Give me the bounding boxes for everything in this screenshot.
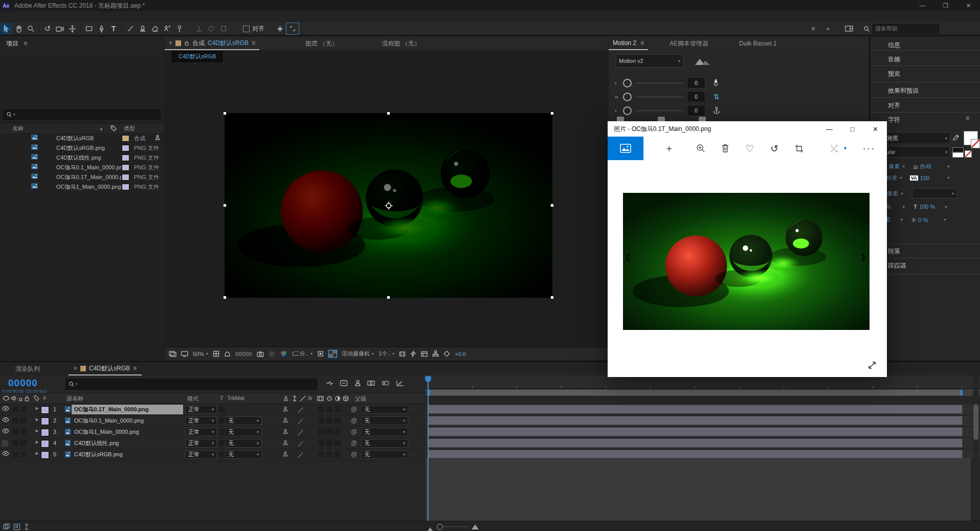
shy-toggle[interactable] <box>282 439 288 446</box>
viewer-tab[interactable]: C4D默认sRGB <box>172 51 222 62</box>
sort-asc-icon[interactable]: ▲ <box>99 126 103 131</box>
selection-tool-icon[interactable] <box>0 23 12 34</box>
project-item-row[interactable]: C4D默认sRGB 合成 <box>0 133 164 143</box>
composition-mini-flowchart-icon[interactable] <box>325 380 334 387</box>
layer-label-chip[interactable] <box>41 429 49 436</box>
label-chip[interactable] <box>122 174 129 181</box>
eye-icon[interactable] <box>2 406 9 411</box>
mask-snap-icon[interactable] <box>286 23 299 35</box>
brush-tool-icon[interactable] <box>124 23 137 34</box>
tab-close-icon[interactable]: × <box>169 39 172 47</box>
metrics-caret[interactable]: ▼ <box>899 176 903 180</box>
fast-preview-icon[interactable] <box>410 350 416 357</box>
tracker-panel-tab[interactable]: 跟踪器 <box>888 261 906 270</box>
solo-cell[interactable] <box>20 451 27 457</box>
eye-icon[interactable] <box>2 451 9 456</box>
photos-add-icon[interactable]: ＋ <box>657 142 681 155</box>
slider1-value[interactable]: 0 <box>687 77 705 88</box>
align-panel-tab[interactable]: 对齐 <box>888 101 900 110</box>
preserve-transparency-cell[interactable] <box>219 429 225 435</box>
layer-name[interactable]: OC伽马0.1T_Main_0000.png <box>72 405 183 414</box>
tsume-caret[interactable]: ▼ <box>943 218 947 222</box>
tab-close-icon[interactable]: × <box>74 365 77 372</box>
parent-dropdown[interactable]: 无▾ <box>361 416 408 425</box>
photos-rotate-icon[interactable]: ↺ <box>762 143 787 154</box>
zoom-tool-icon[interactable] <box>25 23 37 34</box>
preserve-transparency-cell[interactable] <box>219 451 225 457</box>
blend-cell[interactable] <box>326 406 332 412</box>
pickwhip-icon[interactable]: @ <box>351 451 357 458</box>
project-item-row[interactable]: C4D默认sRGB.png PNG 文件 <box>0 143 164 152</box>
audio-cell[interactable] <box>12 429 18 435</box>
solo-cell[interactable] <box>20 440 27 446</box>
blur-cell[interactable] <box>335 417 341 424</box>
expand-layer-switches-icon[interactable] <box>3 523 10 530</box>
slider3-knob[interactable] <box>623 106 632 115</box>
preserve-transparency-cell[interactable] <box>219 440 225 446</box>
selection-handle[interactable] <box>550 204 554 207</box>
blend-cell[interactable] <box>326 451 332 457</box>
label-chip[interactable] <box>122 164 129 171</box>
font-size-caret[interactable]: ▼ <box>902 165 905 168</box>
previous-photo-arrow[interactable]: ‹ <box>625 249 631 264</box>
composition-tab-active[interactable]: × 合成 C4D默认sRGB ≡ <box>165 37 259 50</box>
parent-dropdown[interactable]: 无▾ <box>361 428 408 436</box>
label-column-icon[interactable] <box>110 125 117 131</box>
manage-workspaces-icon[interactable] <box>843 23 855 34</box>
stroke-unit-value[interactable]: 像素 <box>887 190 898 197</box>
pixel-aspect-icon[interactable] <box>399 351 406 357</box>
current-frame-display[interactable]: 00000 <box>8 378 38 389</box>
eraser-tool-icon[interactable] <box>149 23 161 34</box>
audio-cell[interactable] <box>12 406 18 412</box>
workspace-menu-icon[interactable]: ≡ <box>811 25 815 32</box>
show-snapshot-icon[interactable] <box>269 351 275 357</box>
quality-toggle[interactable]: ／ <box>298 439 304 448</box>
blur-cell[interactable] <box>335 451 341 457</box>
stroke-unit-caret[interactable]: ▼ <box>900 192 904 195</box>
close-button[interactable]: ✕ <box>957 0 980 11</box>
photos-more-icon[interactable]: ··· <box>857 143 881 154</box>
kerning-value[interactable]: 自动 <box>920 163 931 170</box>
preserve-transparency-column[interactable]: T <box>220 395 224 401</box>
anchor-point[interactable] <box>385 202 393 210</box>
timeline-zoom-knob[interactable] <box>437 524 443 530</box>
solo-cell[interactable] <box>20 417 27 424</box>
quality-toggle[interactable]: ／ <box>298 417 304 426</box>
anchor-icon[interactable] <box>713 106 720 115</box>
shy-toggle[interactable] <box>282 406 288 412</box>
stroke-style-dropdown[interactable]: ▾ <box>912 188 957 198</box>
blur-cell[interactable] <box>335 440 341 446</box>
draft3d-icon[interactable] <box>340 380 348 387</box>
blur-cell[interactable] <box>335 406 341 412</box>
motion-preset-dropdown[interactable]: Motion v2▾ <box>616 54 683 68</box>
snapshot-icon[interactable] <box>257 351 264 357</box>
slider2-knob[interactable] <box>623 93 632 101</box>
pickwhip-icon[interactable]: @ <box>351 439 357 447</box>
layer-row[interactable]: ► 2 OC伽马0.1_Main_0000.png 正常▾ 无▾ ／ @ 无▾ <box>0 415 425 427</box>
column-type[interactable]: 类型 <box>124 125 135 132</box>
mask-visibility-icon[interactable] <box>224 350 231 357</box>
blend-mode-dropdown[interactable]: 正常▾ <box>185 439 217 448</box>
project-item-row[interactable]: C4D默认线性.png PNG 文件 <box>0 152 164 162</box>
rotate-tool-icon[interactable]: ↺ <box>41 23 54 34</box>
eye-off-box[interactable] <box>2 440 8 447</box>
transparency-grid-icon[interactable] <box>328 350 337 358</box>
expand-inout-columns-icon[interactable] <box>24 523 30 530</box>
column-name[interactable]: 名称 <box>12 125 24 132</box>
timeline-vscrollbar[interactable] <box>973 375 979 521</box>
playhead-line[interactable] <box>428 383 429 521</box>
project-item-row[interactable]: OC伽马1_Main_0000.png PNG 文件 <box>0 182 164 191</box>
resolution-dropdown[interactable]: (二分..▾ <box>292 350 313 358</box>
trkmat-dropdown[interactable]: 无▾ <box>225 450 262 459</box>
blend-mode-dropdown[interactable]: 正常▾ <box>185 405 217 414</box>
reset-exposure-icon[interactable] <box>443 350 450 357</box>
label-chip[interactable] <box>122 145 129 151</box>
pickwhip-icon[interactable]: @ <box>351 406 357 413</box>
project-search-input[interactable]: ▾ <box>3 109 161 120</box>
slider1-knob[interactable] <box>623 79 632 87</box>
trkmat-dropdown[interactable]: 无▾ <box>225 439 262 448</box>
slider2-track[interactable] <box>636 97 683 97</box>
camera-tool-icon[interactable] <box>54 23 66 34</box>
photos-close-button[interactable]: ✕ <box>864 121 887 137</box>
blend-mode-dropdown[interactable]: 正常▾ <box>185 450 217 459</box>
